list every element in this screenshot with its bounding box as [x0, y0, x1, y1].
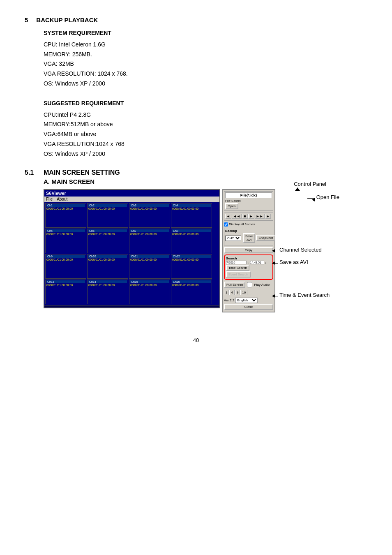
channel-cell-3[interactable]: Ch3 0000/01/01 00:00:00 [129, 203, 170, 228]
cp-fullscreen-row: Full Screen Play Audio [224, 282, 273, 288]
channel-cell-14[interactable]: Ch14 0000/01/01 00:00:00 [87, 280, 128, 304]
channel-row-4: Ch13 0000/01/01 00:00:00 Ch14 0000/01/01… [45, 280, 219, 304]
cp-close-btn[interactable]: Close [224, 304, 273, 310]
channel-cell-16[interactable]: Ch16 0000/01/01 00:00:00 [171, 280, 212, 304]
cp-date-row: ↕ ↕ [226, 261, 271, 264]
cp-btn-next[interactable]: ► [265, 214, 271, 219]
cp-ch-btn-4[interactable]: 4 [229, 290, 234, 295]
arrow-control-panel [295, 187, 300, 191]
cp-btn-prev[interactable]: ◄◄ [232, 214, 242, 219]
cp-backup-section: Backup CH7 Save AVI SnapShot [224, 228, 273, 245]
cp-btn-fwd[interactable]: ►► [255, 214, 265, 219]
ch4-label: Ch4 [172, 204, 211, 207]
cp-spin-icon: ↕ [247, 261, 249, 264]
ch13-time: 0000/01/01 00:00:00 [46, 284, 85, 287]
cp-snapshot-btn[interactable]: SnapShot [256, 235, 275, 241]
cp-date-input[interactable] [226, 261, 247, 264]
cp-lang-select[interactable]: English [235, 298, 258, 303]
cp-file-section: File(*.idx) File Select Open [224, 191, 273, 211]
cp-open-button[interactable]: Open [225, 203, 238, 209]
cp-play-audio-checkbox[interactable] [247, 282, 252, 287]
ch10-time: 0000/01/01 00:00:00 [88, 258, 127, 261]
channel-cell-2[interactable]: Ch2 0000/01/01 00:00:00 [87, 203, 128, 228]
sys-req-item-1: CPU: Intel Celeron 1.6G [44, 40, 367, 50]
ch1-time: 0000/01/01 00:00:00 [46, 207, 85, 210]
sug-req-item-5: OS: Windows XP / 2000 [44, 149, 367, 159]
ch11-label: Ch11 [130, 255, 169, 258]
sys-req-item-3: VGA: 32MB [44, 59, 367, 69]
channel-row-2: Ch5 0000/01/01 00:00:00 Ch6 0000/01/01 0… [45, 229, 219, 253]
sys-req-item-5: OS: Windows XP / 2000 [44, 79, 367, 89]
channel-cell-15[interactable]: Ch15 0000/01/01 00:00:00 [129, 280, 170, 304]
ch14-time: 0000/01/01 00:00:00 [88, 284, 127, 287]
channel-cell-7[interactable]: Ch7 0000/01/01 00:00:00 [129, 229, 170, 253]
app-and-panel: S6Viewer File About Ch1 0000/01/01 00:00… [44, 189, 367, 312]
channel-cell-1[interactable]: Ch1 0000/01/01 00:00:00 [45, 203, 86, 228]
cp-time-input[interactable] [250, 261, 264, 264]
ch7-label: Ch7 [130, 229, 169, 232]
ch1-label: Ch1 [46, 204, 85, 207]
menu-about[interactable]: About [57, 197, 67, 201]
channel-cell-13[interactable]: Ch13 0000/01/01 00:00:00 [45, 280, 86, 304]
ch5-label: Ch5 [46, 229, 85, 232]
channel-cell-4[interactable]: Ch4 0000/01/01 00:00:00 [171, 203, 212, 228]
cp-save-avi-btn[interactable]: Save AVI [243, 233, 255, 243]
ch10-label: Ch10 [88, 255, 127, 258]
channel-row-1: Ch1 0000/01/01 00:00:00 Ch2 0000/01/01 0… [45, 203, 219, 228]
menu-file[interactable]: File [46, 197, 53, 201]
annotation-time-event: Time & Event Search [279, 292, 330, 298]
channel-row-3: Ch9 0000/01/01 00:00:00 Ch10 0000/01/01 … [45, 254, 219, 279]
cp-channel-view-btns: 1 4 9 16 [224, 290, 273, 295]
channel-cell-12[interactable]: Ch12 0000/01/01 00:00:00 [171, 254, 212, 279]
cp-copy-btn[interactable]: Copy [224, 247, 273, 253]
ch12-label: Ch12 [172, 255, 211, 258]
system-req-items: CPU: Intel Celeron 1.6G MEMORY: 256MB. V… [44, 40, 367, 89]
channel-cell-9[interactable]: Ch9 0000/01/01 00:00:00 [45, 254, 86, 279]
channel-cell-6[interactable]: Ch6 0000/01/01 00:00:00 [87, 229, 128, 253]
ch6-time: 0000/01/01 00:00:00 [88, 233, 127, 236]
system-req-title: SYSTEM REQUIREMENT [44, 28, 367, 38]
channel-cell-5[interactable]: Ch5 0000/01/01 00:00:00 [45, 229, 86, 253]
ch3-time: 0000/01/01 00:00:00 [130, 207, 169, 210]
cp-spin2-icon: ↕ [265, 261, 267, 264]
channel-cell-8[interactable]: Ch8 0000/01/01 00:00:00 [171, 229, 212, 253]
cp-time-search-btn[interactable]: Time Search [226, 265, 249, 271]
cp-ch-btn-9[interactable]: 9 [235, 290, 240, 295]
cp-display-all-checkbox[interactable] [224, 222, 228, 227]
cp-btn-play[interactable]: ► [248, 214, 254, 219]
page-number: 40 [25, 337, 367, 343]
ch8-time: 0000/01/01 00:00:00 [172, 233, 211, 236]
cp-search-label: Search [226, 257, 271, 260]
sys-req-item-2: MEMORY: 256MB. [44, 50, 367, 60]
cp-btn-stop[interactable]: ■ [242, 214, 248, 219]
cp-backup-label: Backup [225, 229, 272, 233]
ch9-time: 0000/01/01 00:00:00 [46, 258, 85, 261]
ch15-time: 0000/01/01 00:00:00 [130, 284, 169, 287]
cp-file-label: File(*.idx) [225, 192, 272, 198]
cp-ch-btn-16[interactable]: 16 [240, 290, 247, 295]
cp-fullscreen-btn[interactable]: Full Screen [224, 282, 245, 288]
annotation-control-panel: Control Panel [294, 181, 326, 187]
arrow-save-avi-tip [272, 261, 275, 265]
channel-cell-10[interactable]: Ch10 0000/01/01 00:00:00 [87, 254, 128, 279]
control-panel: File(*.idx) File Select Open ◄ ◄◄ ■ ► ►►… [222, 189, 275, 312]
cp-lang-row: Ver 2.2 English [224, 298, 273, 303]
ch4-time: 0000/01/01 00:00:00 [172, 207, 211, 210]
channel-grid: Ch1 0000/01/01 00:00:00 Ch2 0000/01/01 0… [44, 202, 219, 305]
ch13-label: Ch13 [46, 280, 85, 283]
cp-btn-rew[interactable]: ◄ [225, 214, 231, 219]
section-51-number: 5.1 [25, 169, 37, 176]
ch7-time: 0000/01/01 00:00:00 [130, 233, 169, 236]
section-5-number: 5 [25, 16, 28, 23]
system-req-block: SYSTEM REQUIREMENT CPU: Intel Celeron 1.… [44, 28, 367, 89]
cp-event-search-btn[interactable]: Event Search [226, 271, 251, 278]
cp-display-all-row: Display all frames [224, 222, 273, 227]
cp-ch-select[interactable]: CH7 [225, 236, 241, 241]
sug-req-item-1: CPU:Intel P4 2.8G [44, 110, 367, 120]
sys-req-item-4: VGA RESOLUTION: 1024 x 768. [44, 69, 367, 79]
ch5-time: 0000/01/01 00:00:00 [46, 233, 85, 236]
cp-ch-btn-1[interactable]: 1 [224, 290, 229, 295]
suggested-req-items: CPU:Intel P4 2.8G MEMORY:512MB or above … [44, 110, 367, 159]
ch15-label: Ch15 [130, 280, 169, 283]
channel-cell-11[interactable]: Ch11 0000/01/01 00:00:00 [129, 254, 170, 279]
